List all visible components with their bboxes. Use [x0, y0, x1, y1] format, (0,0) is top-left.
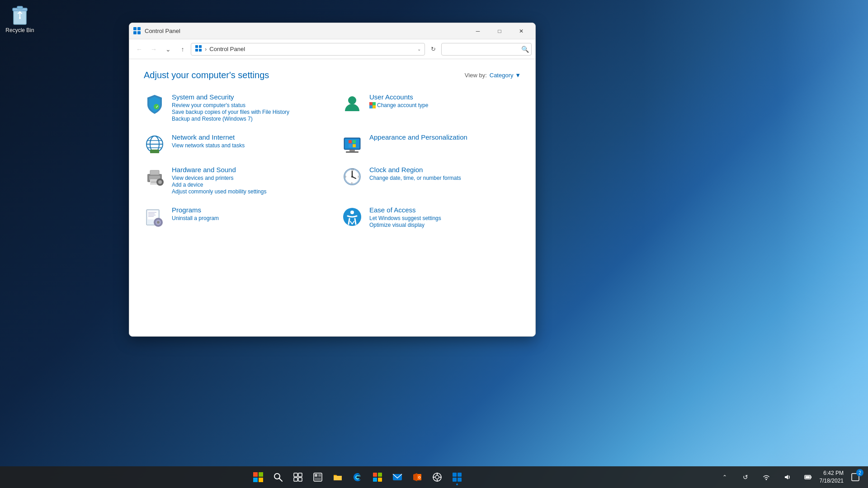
taskbar-search-button[interactable] — [269, 468, 287, 486]
search-input[interactable] — [441, 43, 532, 56]
up-button[interactable]: ↑ — [176, 43, 189, 56]
widgets-button[interactable] — [309, 468, 327, 486]
network-icon — [144, 133, 165, 155]
notification-badge: 2 — [856, 469, 863, 476]
svg-rect-15 — [369, 102, 373, 105]
hardware-title[interactable]: Hardware and Sound — [172, 166, 266, 174]
recycle-bin-icon[interactable]: Recycle Bin — [2, 2, 38, 35]
taskbar-right: ⌃ ↺ — [716, 468, 868, 486]
network-link-1[interactable]: View network status and tasks — [172, 142, 245, 149]
volume-icon[interactable] — [778, 468, 796, 486]
start-button[interactable] — [249, 468, 267, 486]
ease-access-title[interactable]: Ease of Access — [369, 206, 441, 214]
svg-rect-31 — [349, 150, 355, 151]
network-text: Network and Internet View network status… — [172, 133, 245, 149]
refresh-button[interactable]: ↻ — [427, 43, 439, 56]
svg-rect-91 — [458, 478, 462, 482]
category-programs[interactable]: Programs Uninstall a program — [144, 206, 323, 229]
control-panel-window: Control Panel ─ □ ✕ ← → ⌄ ↑ — [129, 23, 536, 337]
maximize-button[interactable]: □ — [489, 24, 510, 38]
svg-rect-28 — [353, 140, 356, 143]
store-button[interactable] — [368, 468, 387, 486]
address-path[interactable]: › Control Panel ⌄ — [191, 43, 425, 56]
user-accounts-icon — [341, 93, 363, 115]
user-accounts-link-1[interactable]: Change account type — [369, 102, 428, 110]
svg-rect-30 — [353, 144, 356, 147]
file-explorer-button[interactable] — [329, 468, 347, 486]
category-hardware[interactable]: Hardware and Sound View devices and prin… — [144, 166, 323, 195]
window-content: Adjust your computer's settings View by:… — [129, 59, 535, 336]
clock-text: Clock and Region Change date, time, or n… — [369, 166, 461, 182]
window-app-icon — [133, 27, 142, 36]
svg-rect-89 — [458, 473, 462, 477]
svg-rect-29 — [349, 144, 352, 147]
svg-point-60 — [350, 211, 354, 214]
svg-rect-67 — [294, 473, 297, 477]
category-clock[interactable]: 12 3 6 9 Clock and Region Change date, t… — [341, 166, 521, 195]
svg-text:9: 9 — [345, 175, 346, 178]
category-ease-access[interactable]: Ease of Access Let Windows suggest setti… — [341, 206, 521, 229]
settings-button[interactable] — [428, 468, 446, 486]
system-security-link-2[interactable]: Save backup copies of your files with Fi… — [172, 109, 289, 115]
clock-icon: 12 3 6 9 — [341, 166, 363, 188]
minimize-button[interactable]: ─ — [467, 24, 488, 38]
category-system-security[interactable]: ✓ System and Security Review your comput… — [144, 93, 323, 122]
svg-rect-35 — [150, 170, 159, 175]
svg-rect-17 — [369, 105, 373, 108]
svg-rect-72 — [315, 474, 317, 477]
recent-button[interactable]: ⌄ — [162, 43, 175, 56]
category-appearance[interactable]: Appearance and Personalization — [341, 133, 521, 155]
svg-line-66 — [279, 479, 282, 481]
svg-text:6: 6 — [351, 182, 353, 184]
battery-icon[interactable] — [799, 468, 817, 486]
svg-rect-95 — [805, 476, 810, 479]
programs-title[interactable]: Programs — [172, 206, 219, 214]
hardware-link-1[interactable]: View devices and printers — [172, 175, 266, 181]
svg-point-3 — [19, 17, 21, 19]
mail-button[interactable] — [388, 468, 406, 486]
svg-rect-11 — [199, 49, 202, 52]
system-security-text: System and Security Review your computer… — [172, 93, 289, 122]
wifi-icon[interactable] — [757, 468, 775, 486]
path-separator: › — [205, 46, 207, 52]
system-tray-expand[interactable]: ⌃ — [716, 468, 734, 486]
system-security-link-3[interactable]: Backup and Restore (Windows 7) — [172, 116, 289, 122]
system-security-link-1[interactable]: Review your computer's status — [172, 102, 289, 108]
network-title[interactable]: Network and Internet — [172, 133, 245, 141]
view-by-dropdown[interactable]: Category ▼ — [490, 72, 521, 79]
clock-link-1[interactable]: Change date, time, or number formats — [369, 175, 461, 181]
recycle-bin-label: Recycle Bin — [5, 27, 34, 33]
back-button[interactable]: ← — [133, 43, 146, 56]
hardware-link-3[interactable]: Adjust commonly used mobility settings — [172, 188, 266, 195]
forward-button[interactable]: → — [147, 43, 160, 56]
search-wrapper: 🔍 — [441, 43, 532, 56]
office-button[interactable]: O — [408, 468, 426, 486]
task-view-button[interactable] — [289, 468, 307, 486]
ease-access-link-1[interactable]: Let Windows suggest settings — [369, 215, 441, 221]
edge-button[interactable] — [349, 468, 367, 486]
programs-link-1[interactable]: Uninstall a program — [172, 215, 219, 221]
tray-icon-1[interactable]: ↺ — [736, 468, 755, 486]
close-button[interactable]: ✕ — [511, 24, 532, 38]
hardware-link-2[interactable]: Add a device — [172, 182, 266, 188]
svg-rect-32 — [346, 151, 359, 153]
clock-title[interactable]: Clock and Region — [369, 166, 461, 174]
control-panel-taskbar-button[interactable] — [448, 468, 466, 486]
svg-rect-2 — [17, 6, 23, 9]
notification-center[interactable]: 2 — [846, 468, 864, 486]
taskbar-time[interactable]: 6:42 PM 7/18/2021 — [820, 469, 844, 485]
user-accounts-title[interactable]: User Accounts — [369, 93, 428, 101]
svg-rect-73 — [318, 474, 321, 477]
svg-rect-68 — [298, 473, 302, 477]
category-network[interactable]: Network and Internet View network status… — [144, 133, 323, 155]
categories-grid: ✓ System and Security Review your comput… — [144, 93, 521, 229]
appearance-title[interactable]: Appearance and Personalization — [369, 133, 467, 141]
ease-access-link-2[interactable]: Optimize visual display — [369, 222, 441, 228]
system-security-title[interactable]: System and Security — [172, 93, 289, 101]
svg-rect-10 — [195, 49, 198, 52]
address-path-text: Control Panel — [209, 46, 415, 52]
taskbar: O — [0, 466, 868, 488]
svg-rect-77 — [373, 478, 377, 482]
category-user-accounts[interactable]: User Accounts Change account type — [341, 93, 521, 122]
svg-rect-24 — [150, 150, 159, 153]
